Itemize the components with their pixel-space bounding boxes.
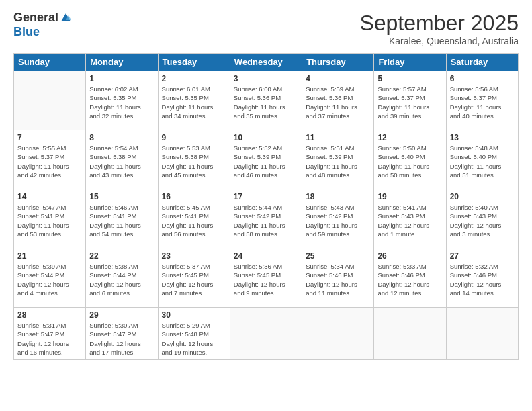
cal-cell: 8Sunrise: 5:54 AM Sunset: 5:38 PM Daylig… <box>86 130 158 189</box>
cell-info: Sunrise: 5:29 AM Sunset: 5:48 PM Dayligh… <box>162 321 226 357</box>
day-number: 15 <box>89 192 154 201</box>
cal-cell: 14Sunrise: 5:47 AM Sunset: 5:41 PM Dayli… <box>14 189 86 248</box>
day-number: 13 <box>450 133 515 142</box>
cell-info: Sunrise: 5:38 AM Sunset: 5:44 PM Dayligh… <box>89 262 154 298</box>
cell-info: Sunrise: 5:52 AM Sunset: 5:39 PM Dayligh… <box>234 144 298 179</box>
day-number: 30 <box>162 310 226 320</box>
day-number: 4 <box>306 74 370 83</box>
cal-cell: 23Sunrise: 5:37 AM Sunset: 5:45 PM Dayli… <box>158 248 230 308</box>
cal-cell: 3Sunrise: 6:00 AM Sunset: 5:36 PM Daylig… <box>230 71 302 130</box>
cell-info: Sunrise: 5:46 AM Sunset: 5:41 PM Dayligh… <box>89 203 154 238</box>
cell-info: Sunrise: 5:41 AM Sunset: 5:43 PM Dayligh… <box>378 203 442 238</box>
header-wednesday: Wednesday <box>230 54 302 71</box>
day-number: 3 <box>234 74 298 83</box>
day-number: 19 <box>378 192 442 201</box>
cal-cell: 20Sunrise: 5:40 AM Sunset: 5:43 PM Dayli… <box>446 189 518 248</box>
cal-cell: 12Sunrise: 5:50 AM Sunset: 5:40 PM Dayli… <box>374 130 446 189</box>
cell-info: Sunrise: 5:51 AM Sunset: 5:39 PM Dayligh… <box>306 144 370 179</box>
cal-cell: 21Sunrise: 5:39 AM Sunset: 5:44 PM Dayli… <box>14 248 86 308</box>
cal-cell: 13Sunrise: 5:48 AM Sunset: 5:40 PM Dayli… <box>446 130 518 189</box>
header-row: Sunday Monday Tuesday Wednesday Thursday… <box>14 54 519 71</box>
header-sunday: Sunday <box>14 54 86 71</box>
cal-cell: 11Sunrise: 5:51 AM Sunset: 5:39 PM Dayli… <box>302 130 374 189</box>
week-row-1: 1Sunrise: 6:02 AM Sunset: 5:35 PM Daylig… <box>14 71 519 130</box>
cell-info: Sunrise: 5:55 AM Sunset: 5:37 PM Dayligh… <box>17 144 82 179</box>
cal-cell: 28Sunrise: 5:31 AM Sunset: 5:47 PM Dayli… <box>14 308 86 360</box>
cell-info: Sunrise: 5:56 AM Sunset: 5:37 PM Dayligh… <box>450 85 515 120</box>
cal-cell: 4Sunrise: 5:59 AM Sunset: 5:36 PM Daylig… <box>302 71 374 130</box>
day-number: 8 <box>89 133 154 142</box>
cal-cell: 16Sunrise: 5:45 AM Sunset: 5:41 PM Dayli… <box>158 189 230 248</box>
cell-info: Sunrise: 5:47 AM Sunset: 5:41 PM Dayligh… <box>17 203 82 238</box>
header-thursday: Thursday <box>302 54 374 71</box>
location-subtitle: Karalee, Queensland, Australia <box>359 36 519 46</box>
day-number: 24 <box>234 251 298 261</box>
cell-info: Sunrise: 5:53 AM Sunset: 5:38 PM Dayligh… <box>162 144 226 179</box>
day-number: 10 <box>234 133 298 142</box>
cell-info: Sunrise: 5:39 AM Sunset: 5:44 PM Dayligh… <box>17 262 82 298</box>
day-number: 12 <box>378 133 442 142</box>
cal-cell: 6Sunrise: 5:56 AM Sunset: 5:37 PM Daylig… <box>446 71 518 130</box>
cell-info: Sunrise: 5:33 AM Sunset: 5:46 PM Dayligh… <box>378 262 442 298</box>
cal-cell: 7Sunrise: 5:55 AM Sunset: 5:37 PM Daylig… <box>14 130 86 189</box>
page-header: General Blue September 2025 Karalee, Que… <box>13 11 519 46</box>
cell-info: Sunrise: 5:32 AM Sunset: 5:46 PM Dayligh… <box>450 262 515 298</box>
cell-info: Sunrise: 6:01 AM Sunset: 5:35 PM Dayligh… <box>162 85 226 120</box>
title-block: September 2025 Karalee, Queensland, Aust… <box>359 11 519 46</box>
day-number: 7 <box>17 133 82 142</box>
calendar-page: General Blue September 2025 Karalee, Que… <box>0 0 532 411</box>
cal-cell <box>14 71 86 130</box>
cal-cell: 29Sunrise: 5:30 AM Sunset: 5:47 PM Dayli… <box>86 308 158 360</box>
cal-cell: 2Sunrise: 6:01 AM Sunset: 5:35 PM Daylig… <box>158 71 230 130</box>
cal-cell: 18Sunrise: 5:43 AM Sunset: 5:42 PM Dayli… <box>302 189 374 248</box>
cell-info: Sunrise: 5:50 AM Sunset: 5:40 PM Dayligh… <box>378 144 442 179</box>
logo-general: General <box>13 11 58 25</box>
cell-info: Sunrise: 5:48 AM Sunset: 5:40 PM Dayligh… <box>450 144 515 179</box>
cell-info: Sunrise: 6:00 AM Sunset: 5:36 PM Dayligh… <box>234 85 298 120</box>
cal-cell: 26Sunrise: 5:33 AM Sunset: 5:46 PM Dayli… <box>374 248 446 308</box>
cell-info: Sunrise: 5:37 AM Sunset: 5:45 PM Dayligh… <box>162 262 226 298</box>
cell-info: Sunrise: 6:02 AM Sunset: 5:35 PM Dayligh… <box>89 85 154 120</box>
cell-info: Sunrise: 5:30 AM Sunset: 5:47 PM Dayligh… <box>89 321 154 357</box>
header-tuesday: Tuesday <box>158 54 230 71</box>
day-number: 11 <box>306 133 370 142</box>
cal-cell: 19Sunrise: 5:41 AM Sunset: 5:43 PM Dayli… <box>374 189 446 248</box>
day-number: 18 <box>306 192 370 201</box>
cal-cell: 15Sunrise: 5:46 AM Sunset: 5:41 PM Dayli… <box>86 189 158 248</box>
cal-cell <box>230 308 302 360</box>
day-number: 25 <box>306 251 370 261</box>
cal-cell: 10Sunrise: 5:52 AM Sunset: 5:39 PM Dayli… <box>230 130 302 189</box>
cal-cell: 24Sunrise: 5:36 AM Sunset: 5:45 PM Dayli… <box>230 248 302 308</box>
cell-info: Sunrise: 5:57 AM Sunset: 5:37 PM Dayligh… <box>378 85 442 120</box>
cell-info: Sunrise: 5:45 AM Sunset: 5:41 PM Dayligh… <box>162 203 226 238</box>
cal-cell: 17Sunrise: 5:44 AM Sunset: 5:42 PM Dayli… <box>230 189 302 248</box>
day-number: 27 <box>450 251 515 261</box>
calendar-table: Sunday Monday Tuesday Wednesday Thursday… <box>13 53 519 360</box>
cal-cell: 27Sunrise: 5:32 AM Sunset: 5:46 PM Dayli… <box>446 248 518 308</box>
cal-cell <box>374 308 446 360</box>
cal-cell: 30Sunrise: 5:29 AM Sunset: 5:48 PM Dayli… <box>158 308 230 360</box>
header-saturday: Saturday <box>446 54 518 71</box>
cal-cell: 5Sunrise: 5:57 AM Sunset: 5:37 PM Daylig… <box>374 71 446 130</box>
cal-cell: 1Sunrise: 6:02 AM Sunset: 5:35 PM Daylig… <box>86 71 158 130</box>
day-number: 29 <box>89 310 154 320</box>
day-number: 22 <box>89 251 154 261</box>
day-number: 9 <box>162 133 226 142</box>
header-friday: Friday <box>374 54 446 71</box>
header-monday: Monday <box>86 54 158 71</box>
day-number: 5 <box>378 74 442 83</box>
logo-icon <box>60 12 72 24</box>
day-number: 17 <box>234 192 298 201</box>
cal-cell: 22Sunrise: 5:38 AM Sunset: 5:44 PM Dayli… <box>86 248 158 308</box>
cal-cell <box>302 308 374 360</box>
month-title: September 2025 <box>359 11 519 36</box>
day-number: 16 <box>162 192 226 201</box>
day-number: 6 <box>450 74 515 83</box>
day-number: 26 <box>378 251 442 261</box>
cal-cell: 25Sunrise: 5:34 AM Sunset: 5:46 PM Dayli… <box>302 248 374 308</box>
day-number: 2 <box>162 74 226 83</box>
day-number: 21 <box>17 251 82 261</box>
cell-info: Sunrise: 5:44 AM Sunset: 5:42 PM Dayligh… <box>234 203 298 238</box>
week-row-5: 28Sunrise: 5:31 AM Sunset: 5:47 PM Dayli… <box>14 308 519 360</box>
cell-info: Sunrise: 5:31 AM Sunset: 5:47 PM Dayligh… <box>17 321 82 357</box>
